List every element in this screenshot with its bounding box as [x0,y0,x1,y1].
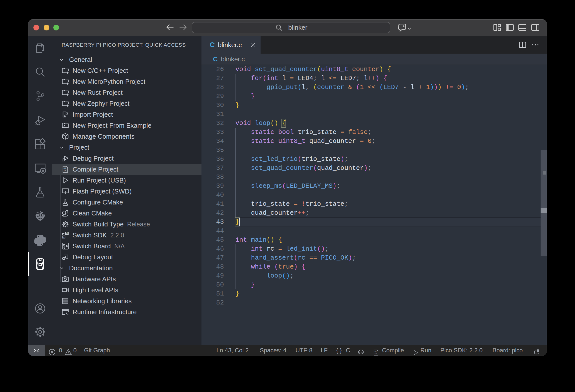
svg-text:10: 10 [375,353,377,355]
svg-text:ab: ab [66,232,69,235]
svg-text:01: 01 [375,351,377,353]
svg-text:10: 10 [64,170,66,172]
svg-text:ac: ac [63,236,65,238]
